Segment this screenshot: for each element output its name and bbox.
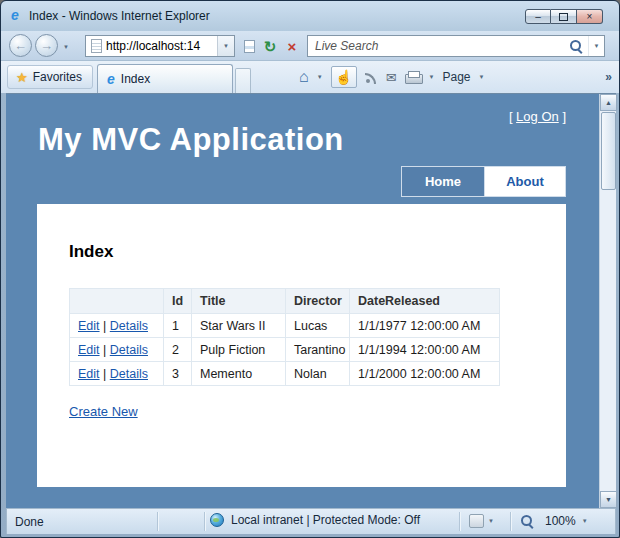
table-row: Edit | Details 3 Memento Nolan 1/1/2000 … bbox=[70, 362, 500, 386]
toolbar-overflow-chevron[interactable]: » bbox=[605, 70, 612, 84]
status-separator bbox=[157, 512, 158, 531]
window-title: Index - Windows Internet Explorer bbox=[29, 9, 210, 23]
create-new-link[interactable]: Create New bbox=[69, 404, 138, 419]
status-separator bbox=[204, 512, 205, 531]
status-tools-button[interactable]: ▼ bbox=[469, 514, 494, 528]
page-menu-button[interactable]: Page bbox=[442, 70, 470, 84]
favorites-label: Favorites bbox=[33, 70, 82, 84]
edit-link[interactable]: Edit bbox=[78, 343, 100, 357]
action-separator: | bbox=[103, 319, 106, 333]
page-title: Index bbox=[69, 242, 566, 262]
log-on-link[interactable]: Log On bbox=[516, 109, 559, 124]
search-dropdown-button[interactable]: ▼ bbox=[588, 36, 604, 56]
address-bar: ▼ bbox=[85, 35, 235, 57]
back-button[interactable]: ← bbox=[9, 34, 32, 57]
edit-link[interactable]: Edit bbox=[78, 319, 100, 333]
cell-datereleased: 1/1/2000 12:00:00 AM bbox=[350, 362, 500, 386]
cell-datereleased: 1/1/1994 12:00:00 AM bbox=[350, 338, 500, 362]
command-bar: ⌂ ▼ ☝ ✉ ▼ Page ▼ bbox=[299, 66, 484, 88]
scroll-down-icon: ▼ bbox=[605, 496, 612, 503]
row-actions: Edit | Details bbox=[70, 314, 164, 338]
table-header-title: Title bbox=[192, 289, 286, 314]
print-dropdown-icon[interactable]: ▼ bbox=[429, 74, 435, 80]
cell-title: Memento bbox=[192, 362, 286, 386]
cell-director: Lucas bbox=[286, 314, 350, 338]
scrollbar-thumb[interactable] bbox=[601, 112, 616, 190]
security-zone: Local intranet | Protected Mode: Off bbox=[210, 513, 420, 527]
new-tab-button[interactable] bbox=[235, 68, 251, 93]
menu-item-home[interactable]: Home bbox=[402, 167, 485, 196]
favorites-button[interactable]: ★ Favorites bbox=[7, 65, 93, 89]
page-icon bbox=[91, 39, 102, 53]
stop-button[interactable]: × bbox=[282, 36, 302, 56]
browser-window: e Index - Windows Internet Explorer – × … bbox=[0, 0, 620, 538]
search-input[interactable] bbox=[308, 39, 570, 53]
hand-tool-button[interactable]: ☝ bbox=[331, 66, 357, 88]
tab-title: Index bbox=[121, 72, 150, 86]
cell-director: Nolan bbox=[286, 362, 350, 386]
maximize-icon bbox=[559, 13, 568, 21]
cell-title: Pulp Fiction bbox=[192, 338, 286, 362]
table-header-actions bbox=[70, 289, 164, 314]
compatibility-view-button[interactable] bbox=[239, 36, 259, 56]
minimize-button[interactable]: – bbox=[525, 9, 551, 24]
details-link[interactable]: Details bbox=[110, 319, 148, 333]
table-row: Edit | Details 2 Pulp Fiction Tarantino … bbox=[70, 338, 500, 362]
row-actions: Edit | Details bbox=[70, 362, 164, 386]
ie-icon: e bbox=[107, 72, 115, 86]
search-icon[interactable] bbox=[570, 40, 583, 53]
zone-text: Local intranet | Protected Mode: Off bbox=[231, 513, 420, 527]
refresh-icon: ↻ bbox=[264, 39, 277, 54]
scroll-down-button[interactable]: ▼ bbox=[600, 491, 617, 508]
minimize-icon: – bbox=[535, 12, 541, 22]
action-separator: | bbox=[103, 343, 106, 357]
menu-item-about[interactable]: About bbox=[485, 167, 565, 196]
status-tools-icon bbox=[469, 514, 484, 528]
table-header-row: Id Title Director DateReleased bbox=[70, 289, 500, 314]
home-icon[interactable]: ⌂ bbox=[299, 69, 309, 85]
mail-icon[interactable]: ✉ bbox=[386, 71, 397, 84]
stop-icon: × bbox=[288, 39, 297, 54]
close-icon: × bbox=[587, 12, 593, 22]
print-icon[interactable] bbox=[405, 71, 421, 84]
close-button[interactable]: × bbox=[577, 9, 603, 24]
back-icon: ← bbox=[14, 39, 27, 52]
details-link[interactable]: Details bbox=[110, 343, 148, 357]
ie-icon: e bbox=[11, 8, 19, 22]
address-dropdown-button[interactable]: ▼ bbox=[217, 36, 234, 56]
row-actions: Edit | Details bbox=[70, 338, 164, 362]
address-input[interactable] bbox=[106, 39, 217, 53]
status-separator bbox=[459, 512, 460, 531]
scroll-up-button[interactable]: ▲ bbox=[600, 94, 617, 111]
zoom-dropdown-icon: ▼ bbox=[582, 518, 588, 524]
home-dropdown-icon[interactable]: ▼ bbox=[317, 74, 323, 80]
app-title: My MVC Application bbox=[38, 122, 344, 158]
zoom-level: 100% bbox=[545, 514, 576, 528]
compatibility-icon bbox=[244, 40, 255, 53]
forward-button[interactable]: → bbox=[35, 34, 58, 57]
chevron-down-icon: ▼ bbox=[594, 43, 600, 49]
recent-pages-dropdown[interactable]: ▼ bbox=[63, 44, 69, 50]
search-box: ▼ bbox=[307, 35, 605, 57]
rss-feed-icon[interactable] bbox=[365, 71, 378, 84]
page-menu-dropdown-icon[interactable]: ▼ bbox=[479, 74, 485, 80]
action-separator: | bbox=[103, 367, 106, 381]
movies-table: Id Title Director DateReleased Edit | De… bbox=[69, 288, 500, 386]
tab-index[interactable]: e Index bbox=[97, 64, 233, 93]
webpage: [ Log On ] My MVC Application Home About… bbox=[6, 94, 599, 508]
edit-link[interactable]: Edit bbox=[78, 367, 100, 381]
refresh-button[interactable]: ↻ bbox=[260, 36, 280, 56]
content-panel: Index Id Title Director DateReleased bbox=[37, 204, 566, 487]
favorites-tab-bar: ★ Favorites e Index ⌂ ▼ ☝ ✉ ▼ Page ▼ » bbox=[1, 61, 619, 93]
forward-icon: → bbox=[40, 39, 53, 52]
status-text: Done bbox=[15, 515, 44, 529]
title-bar[interactable]: e Index - Windows Internet Explorer – × bbox=[1, 1, 619, 31]
vertical-scrollbar[interactable]: ▲ ▼ bbox=[599, 94, 616, 508]
chevron-down-icon: ▼ bbox=[223, 43, 229, 49]
status-bar: Done Local intranet | Protected Mode: Of… bbox=[6, 508, 616, 534]
cell-title: Star Wars II bbox=[192, 314, 286, 338]
maximize-button[interactable] bbox=[551, 9, 577, 24]
details-link[interactable]: Details bbox=[110, 367, 148, 381]
zoom-control[interactable]: 100% ▼ bbox=[521, 514, 588, 528]
chevron-down-icon: ▼ bbox=[488, 518, 494, 524]
